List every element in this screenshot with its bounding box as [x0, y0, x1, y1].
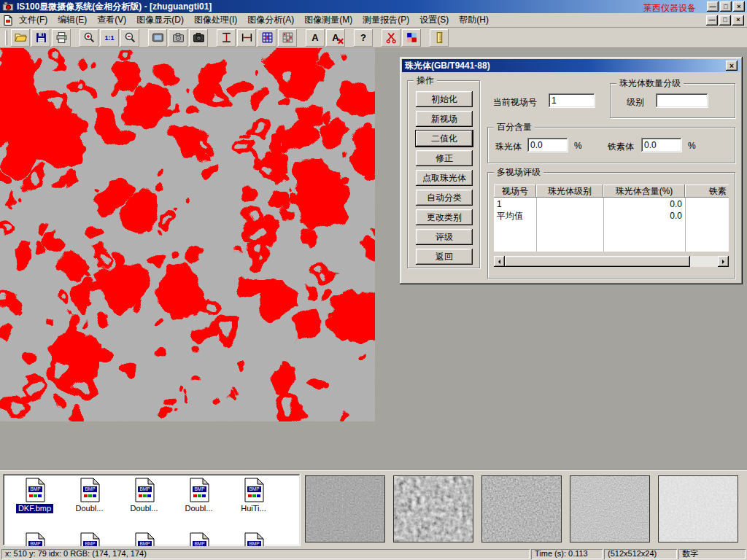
text-annotate-button[interactable]: A [306, 29, 325, 47]
menu-image-display[interactable]: 图像显示(D) [131, 12, 189, 28]
file-name[interactable]: Doubl... [128, 504, 160, 513]
binarize-button[interactable]: 二值化 [416, 131, 473, 147]
camera-button[interactable] [189, 29, 208, 47]
rate-button[interactable]: 评级 [416, 229, 473, 245]
initialize-button[interactable]: 初始化 [416, 91, 473, 107]
level-input[interactable] [656, 93, 708, 108]
caliper-vertical-icon [220, 31, 233, 44]
caliper-horizontal-button[interactable] [237, 29, 256, 47]
mdi-close-button[interactable]: × [732, 15, 744, 26]
file-item[interactable]: BMP [226, 532, 281, 546]
bmp-file-icon: BMP [241, 532, 266, 546]
menu-measure-report[interactable]: 测量报告(P) [357, 12, 414, 28]
print-button[interactable] [52, 29, 71, 47]
scrollbar-thumb[interactable] [505, 256, 690, 267]
column-header-level[interactable]: 珠光体级别 [536, 184, 603, 198]
scroll-left-button[interactable] [494, 256, 505, 267]
correct-button[interactable]: 修正 [416, 150, 473, 166]
file-item[interactable]: BMP Doubl... [171, 478, 226, 513]
menu-settings[interactable]: 设置(S) [414, 12, 454, 28]
document-icon[interactable] [2, 15, 14, 26]
help-button[interactable]: ? [354, 29, 373, 47]
maximize-button[interactable]: □ [720, 1, 732, 12]
horizontal-scrollbar[interactable] [494, 256, 729, 267]
zoom-in-icon [83, 31, 96, 44]
actual-size-button[interactable]: 1:1 [100, 29, 119, 47]
count-grid-icon [282, 31, 294, 44]
metallograph-view[interactable] [0, 48, 375, 421]
caliper-vertical-button[interactable] [217, 29, 236, 47]
bmp-file-icon: BMP [132, 532, 157, 546]
file-item[interactable]: BMP [62, 532, 117, 546]
menu-help[interactable]: 帮助(H) [454, 12, 494, 28]
file-name[interactable]: Doubl... [74, 504, 106, 513]
menu-bar: 文件(F) 编辑(E) 查看(V) 图像显示(D) 图像处理(I) 图像分析(A… [0, 13, 747, 28]
open-button[interactable] [11, 29, 30, 47]
thumbnail-5[interactable] [658, 475, 738, 542]
binarized-metallograph-image[interactable] [0, 48, 375, 421]
save-button[interactable] [31, 29, 50, 47]
ferrite-percent-input[interactable] [641, 138, 682, 152]
table-row[interactable]: 平均值 0.0 [494, 210, 729, 222]
file-item[interactable]: BMP Doubl... [117, 478, 171, 513]
cut-button[interactable] [382, 29, 400, 47]
file-name[interactable]: HuiTi... [239, 504, 268, 513]
live-image-button[interactable] [148, 29, 167, 47]
toolbar-separator [422, 30, 428, 46]
table-row[interactable]: 1 0.0 [494, 198, 729, 210]
new-field-button[interactable]: 新视场 [416, 111, 473, 127]
file-item[interactable]: BMP [171, 532, 226, 546]
return-button[interactable]: 返回 [416, 249, 473, 265]
current-field-input[interactable] [549, 93, 595, 108]
help-icon: ? [360, 32, 366, 43]
actual-size-icon: 1:1 [104, 34, 114, 42]
dialog-title-bar[interactable]: 珠光体(GB/T9441-88) × [402, 59, 740, 72]
close-button[interactable]: × [733, 1, 745, 12]
multifield-table[interactable]: 1 0.0 平均值 0.0 视场号 [494, 184, 729, 252]
ruler-button[interactable] [430, 29, 449, 47]
file-name[interactable]: DKF.bmp [16, 504, 53, 513]
column-header-field[interactable]: 视场号 [494, 184, 536, 198]
zoom-in-button[interactable] [80, 29, 98, 47]
zoom-out-button[interactable] [120, 29, 139, 47]
file-item[interactable]: BMP DKF.bmp [7, 478, 62, 513]
file-list[interactable]: BMP DKF.bmp BMP Doubl... BMP Doubl... [3, 474, 301, 546]
pick-pearlite-button[interactable]: 点取珠光体 [416, 170, 473, 186]
column-header-content[interactable]: 珠光体含量(%) [603, 184, 685, 198]
measure-grid-button[interactable] [258, 29, 276, 47]
menu-view[interactable]: 查看(V) [92, 12, 131, 28]
scrollbar-track[interactable] [690, 256, 718, 267]
processing-time: Time (s): 0.113 [531, 549, 603, 559]
file-item[interactable]: BMP Doubl... [62, 478, 117, 513]
menu-edit[interactable]: 编辑(E) [53, 12, 92, 28]
text-delete-button[interactable]: A [326, 29, 345, 47]
column-header-ferrite[interactable]: 铁素 [685, 184, 729, 198]
menu-file[interactable]: 文件(F) [14, 12, 53, 28]
scroll-right-button[interactable] [718, 256, 729, 267]
file-item[interactable]: BMP [7, 532, 62, 546]
auto-classify-button[interactable]: 自动分类 [416, 190, 473, 206]
toolbar-separator [209, 30, 215, 46]
classify-button[interactable] [402, 29, 421, 47]
mdi-restore-button[interactable]: □ [719, 15, 731, 26]
dialog-close-button[interactable]: × [726, 61, 738, 71]
thumbnail-1[interactable] [305, 475, 385, 542]
mdi-minimize-button[interactable]: — [706, 15, 718, 26]
vendor-watermark: 莱西仪器设备 [643, 2, 696, 15]
menu-image-processing[interactable]: 图像处理(I) [189, 12, 242, 28]
count-grid-button[interactable] [278, 29, 297, 47]
file-item[interactable]: BMP HuiTi... [226, 478, 281, 513]
minimize-button[interactable]: — [707, 1, 719, 12]
capture-button[interactable] [169, 29, 187, 47]
mdi-workspace: 珠光体(GB/T9441-88) × 操作 初始化 新视场 二值化 修正 点取珠… [0, 48, 747, 470]
file-name[interactable]: Doubl... [183, 504, 215, 513]
menu-image-analysis[interactable]: 图像分析(A) [242, 12, 299, 28]
pearlite-percent-input[interactable] [527, 138, 568, 152]
thumbnail-2[interactable] [393, 475, 473, 542]
file-item[interactable]: BMP [117, 532, 171, 546]
thumbnail-3[interactable] [481, 475, 562, 542]
svg-text:BMP: BMP [139, 486, 150, 491]
menu-image-measure[interactable]: 图像测量(M) [299, 12, 357, 28]
change-class-button[interactable]: 更改类别 [416, 209, 473, 225]
thumbnail-4[interactable] [570, 475, 650, 542]
